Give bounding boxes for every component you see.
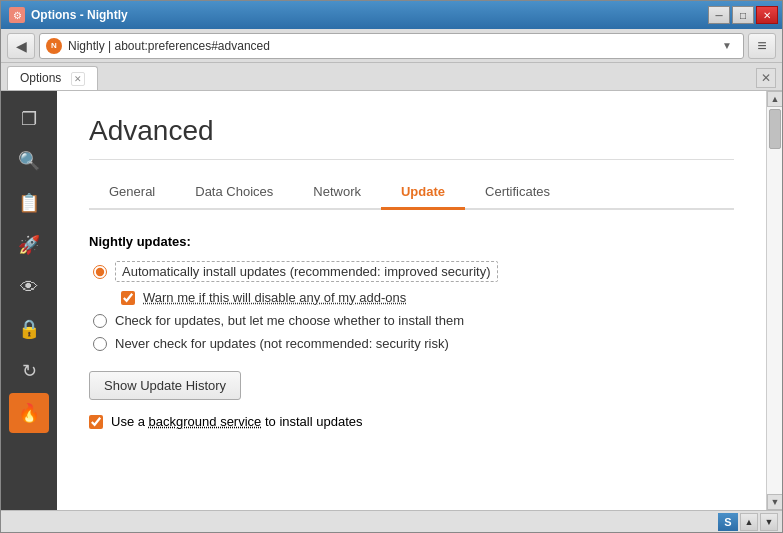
content-area: Advanced General Data Choices Network Up… bbox=[57, 91, 766, 510]
scroll-track bbox=[767, 107, 782, 494]
browser-tab-label: Options bbox=[20, 71, 61, 85]
clipboard-icon: 📋 bbox=[18, 192, 40, 214]
sidebar-item-search[interactable]: 🔍 bbox=[9, 141, 49, 181]
radio-label-auto-install: Automatically install updates (recommend… bbox=[115, 261, 498, 282]
update-radio-group: Automatically install updates (recommend… bbox=[89, 261, 734, 351]
sidebar-item-bookmark[interactable]: ❐ bbox=[9, 99, 49, 139]
tab-update[interactable]: Update bbox=[381, 176, 465, 210]
main-area: ❐ 🔍 📋 🚀 👁 🔒 ↻ 🔥 bbox=[1, 91, 782, 510]
bookmark-icon: ❐ bbox=[21, 108, 37, 130]
search-icon: 🔍 bbox=[18, 150, 40, 172]
checkbox-bg-service[interactable] bbox=[89, 415, 103, 429]
radio-auto-install[interactable] bbox=[93, 265, 107, 279]
sidebar-item-flame[interactable]: 🔥 bbox=[9, 393, 49, 433]
scroll-thumb[interactable] bbox=[769, 109, 781, 149]
sidebar: ❐ 🔍 📋 🚀 👁 🔒 ↻ 🔥 bbox=[1, 91, 57, 510]
sync-icon: ↻ bbox=[22, 360, 37, 382]
titlebar-buttons: ─ □ ✕ bbox=[708, 6, 778, 24]
checkbox-row-warn-addons: Warn me if this will disable any of my a… bbox=[89, 290, 734, 305]
sidebar-item-sync[interactable]: ↻ bbox=[9, 351, 49, 391]
minimize-button[interactable]: ─ bbox=[708, 6, 730, 24]
titlebar-left: ⚙ Options - Nightly bbox=[9, 7, 128, 23]
radio-row-never-check: Never check for updates (not recommended… bbox=[89, 336, 734, 351]
address-favicon: N bbox=[46, 38, 62, 54]
radio-row-auto-install: Automatically install updates (recommend… bbox=[89, 261, 734, 282]
flame-icon: 🔥 bbox=[18, 402, 40, 424]
sidebar-item-mask[interactable]: 👁 bbox=[9, 267, 49, 307]
page-title: Advanced bbox=[89, 115, 734, 160]
bg-service-row: Use a background service to install upda… bbox=[89, 414, 734, 429]
scroll-down-button[interactable]: ▼ bbox=[767, 494, 782, 510]
radio-check-choose[interactable] bbox=[93, 314, 107, 328]
rocket-icon: 🚀 bbox=[18, 234, 40, 256]
status-icon[interactable]: S bbox=[718, 513, 738, 531]
back-button[interactable]: ◀ bbox=[7, 33, 35, 59]
titlebar-title: Options - Nightly bbox=[31, 8, 128, 22]
checkbox-label-warn-addons: Warn me if this will disable any of my a… bbox=[143, 290, 406, 305]
advanced-tabs: General Data Choices Network Update Cert… bbox=[89, 176, 734, 210]
mask-icon: 👁 bbox=[20, 277, 38, 298]
sidebar-item-rocket[interactable]: 🚀 bbox=[9, 225, 49, 265]
statusbar: S ▲ ▼ bbox=[1, 510, 782, 532]
sidebar-item-lock[interactable]: 🔒 bbox=[9, 309, 49, 349]
titlebar: ⚙ Options - Nightly ─ □ ✕ bbox=[1, 1, 782, 29]
section-title: Nightly updates: bbox=[89, 234, 734, 249]
tab-general[interactable]: General bbox=[89, 176, 175, 210]
sidebar-item-clipboard[interactable]: 📋 bbox=[9, 183, 49, 223]
menu-button[interactable]: ≡ bbox=[748, 33, 776, 59]
address-container: N Nightly | about:preferences#advanced ▼ bbox=[39, 33, 744, 59]
radio-label-never-check: Never check for updates (not recommended… bbox=[115, 336, 449, 351]
checkbox-warn-addons[interactable] bbox=[121, 291, 135, 305]
lock-icon: 🔒 bbox=[18, 318, 40, 340]
tabbar: Options ✕ ✕ bbox=[1, 63, 782, 91]
main-window: ⚙ Options - Nightly ─ □ ✕ ◀ N Nightly | … bbox=[0, 0, 783, 533]
address-dropdown-button[interactable]: ▼ bbox=[717, 36, 737, 56]
scrollbar: ▲ ▼ bbox=[766, 91, 782, 510]
radio-row-check-choose: Check for updates, but let me choose whe… bbox=[89, 313, 734, 328]
address-text[interactable]: Nightly | about:preferences#advanced bbox=[68, 39, 711, 53]
tab-network[interactable]: Network bbox=[293, 176, 381, 210]
show-update-history-button[interactable]: Show Update History bbox=[89, 371, 241, 400]
status-scroll-up-button[interactable]: ▲ bbox=[740, 513, 758, 531]
addressbar: ◀ N Nightly | about:preferences#advanced… bbox=[1, 29, 782, 63]
browser-tab-options[interactable]: Options ✕ bbox=[7, 66, 98, 90]
titlebar-icon: ⚙ bbox=[9, 7, 25, 23]
tab-close-button[interactable]: ✕ bbox=[71, 72, 85, 86]
tab-data-choices[interactable]: Data Choices bbox=[175, 176, 293, 210]
tabbar-close-button[interactable]: ✕ bbox=[756, 68, 776, 88]
maximize-button[interactable]: □ bbox=[732, 6, 754, 24]
close-button[interactable]: ✕ bbox=[756, 6, 778, 24]
radio-label-check-choose: Check for updates, but let me choose whe… bbox=[115, 313, 464, 328]
update-section: Nightly updates: Automatically install u… bbox=[89, 234, 734, 429]
content-inner: Advanced General Data Choices Network Up… bbox=[57, 91, 766, 510]
bg-service-label: Use a background service to install upda… bbox=[111, 414, 363, 429]
status-scroll-down-button[interactable]: ▼ bbox=[760, 513, 778, 531]
scroll-up-button[interactable]: ▲ bbox=[767, 91, 782, 107]
tab-certificates[interactable]: Certificates bbox=[465, 176, 570, 210]
radio-never-check[interactable] bbox=[93, 337, 107, 351]
